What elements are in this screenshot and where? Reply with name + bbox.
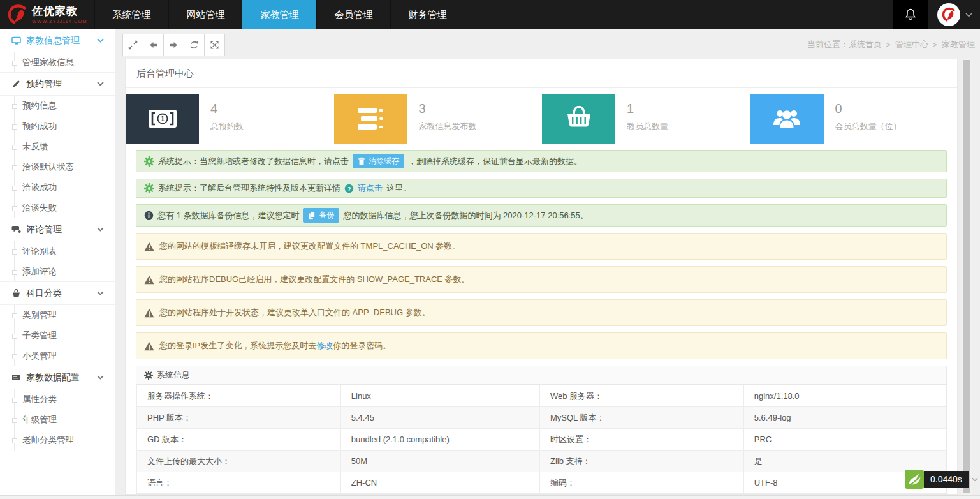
breadcrumb: 当前位置：系统首页＞管理中心＞家教管理: [807, 39, 975, 50]
stat-label: 总预约数: [210, 121, 244, 132]
info-circle-icon: [144, 211, 154, 220]
notifications-button[interactable]: [893, 0, 928, 29]
sidebar-section-comments[interactable]: 评论管理: [0, 218, 115, 241]
alert-text: 您有 1 条数据库备份信息，建议您定时: [157, 210, 299, 221]
change-password-link[interactable]: 修改: [316, 341, 333, 350]
sidebar-section-tutor-info[interactable]: 家教信息管理: [0, 29, 115, 52]
table-cell-empty: [137, 494, 341, 495]
forward-button[interactable]: [163, 34, 184, 56]
nav-item-tutoring[interactable]: 家教管理: [242, 0, 316, 29]
expand-diagonal-icon: [128, 40, 138, 50]
stat-cards: 1 4 总预约数 3 家教信息发布数 1 教员总数量: [126, 94, 957, 144]
warning-text: 您的网站程序处于开发状态，建议更改单入口文件的 APP_DEBUG 参数。: [159, 307, 430, 318]
chevron-down-icon: [97, 227, 104, 232]
collapse-sidebar-button[interactable]: [122, 34, 143, 56]
banknote-icon: 1: [126, 94, 199, 144]
table-cell-value: 50M: [340, 451, 539, 472]
svg-text:?: ?: [347, 185, 351, 191]
top-navbar: 佐优家教 WWW.ZYJJ114.COM 系统管理 网站管理 家教管理 会员管理…: [0, 0, 980, 29]
sidebar-item-subcategory-management[interactable]: 子类管理: [0, 325, 115, 346]
comments-icon: [11, 225, 22, 234]
sidebar-item-booking-info[interactable]: 预约信息: [0, 96, 115, 116]
alert-backup: 您有 1 条数据库备份信息，建议您定时 备份 您的数据库信息，您上次备份数据的时…: [136, 204, 947, 227]
thinkphp-leaf-icon[interactable]: [905, 470, 924, 489]
breadcrumb-item-tutoring[interactable]: 家教管理: [942, 40, 975, 49]
fullscreen-button[interactable]: [204, 34, 225, 56]
brand-site-url: WWW.ZYJJ114.COM: [32, 19, 87, 24]
trace-chevron-down-icon[interactable]: [972, 477, 978, 482]
sidebar-item-negotiation-default[interactable]: 洽谈默认状态: [0, 157, 115, 177]
clear-cache-button[interactable]: 清除缓存: [353, 154, 404, 168]
stat-card-posts: 3 家教信息发布数: [334, 94, 541, 144]
sidebar-section-label: 家教数据配置: [26, 372, 80, 384]
sidebar-item-negotiation-success[interactable]: 洽谈成功: [0, 177, 115, 198]
gear-icon: [144, 183, 154, 193]
system-info-title: 系统信息: [157, 369, 190, 381]
back-button[interactable]: [143, 34, 164, 56]
table-cell-key: 编码：: [539, 472, 743, 494]
sidebar-item-negotiation-failed[interactable]: 洽谈失败: [0, 198, 115, 218]
sidebar-item-category-management[interactable]: 类别管理: [0, 305, 115, 325]
user-avatar[interactable]: [937, 3, 960, 26]
sidebar-item-no-feedback[interactable]: 未反馈: [0, 137, 115, 157]
sidebar-item-comment-list[interactable]: 评论别表: [0, 241, 115, 262]
user-menu-chevron-down-icon[interactable]: [965, 13, 972, 17]
breadcrumb-separator: ＞: [931, 40, 939, 49]
system-info-panel: 系统信息 服务器操作系统： Linux Web 服务器： nginx/1.18.…: [136, 366, 947, 495]
stat-card-teachers: 1 教员总数量: [542, 94, 749, 144]
table-cell-value: PRC: [743, 429, 946, 451]
brand-logo-icon: [6, 4, 28, 26]
table-cell-key: PHP 版本：: [137, 407, 341, 429]
clear-cache-button-label: 清除缓存: [369, 156, 399, 167]
nav-item-members[interactable]: 会员管理: [316, 0, 390, 29]
sidebar-section-data-config[interactable]: 家教数据配置: [0, 366, 115, 389]
sidebar-item-grade-management[interactable]: 年级管理: [0, 410, 115, 430]
table-row: [137, 494, 946, 495]
sidebar-item-minor-category-management[interactable]: 小类管理: [0, 346, 115, 366]
table-cell-key: Web 服务器：: [539, 385, 743, 407]
alert-clear-cache: 系统提示：当您新增或者修改了数据信息时，请点击 清除缓存 ，删除掉系统缓存，保证…: [136, 150, 947, 172]
fullscreen-icon: [210, 40, 219, 50]
breadcrumb-item-admin-center[interactable]: 管理中心: [895, 40, 928, 49]
sidebar-item-booking-success[interactable]: 预约成功: [0, 116, 115, 137]
sidebar-item-teacher-category-management[interactable]: 老师分类管理: [0, 430, 115, 451]
table-row: 服务器操作系统： Linux Web 服务器： nginx/1.18.0: [137, 385, 946, 407]
refresh-button[interactable]: [184, 34, 205, 56]
table-cell-value: 5.4.45: [340, 407, 539, 429]
table-row: 语言： ZH-CN 编码： UTF-8: [137, 472, 946, 494]
sidebar-item-add-comment[interactable]: 添加评论: [0, 262, 115, 282]
stat-card-members: 0 会员总数量（位）: [750, 94, 958, 144]
sidebar-item-attribute-category[interactable]: 属性分类: [0, 389, 115, 410]
alert-text: 这里。: [386, 182, 411, 194]
breadcrumb-prefix: 当前位置：: [807, 40, 849, 49]
warning-text: 您的网站的模板编译缓存未开启，建议更改配置文件的 TMPL_CACHE_ON 参…: [159, 241, 460, 252]
backup-button[interactable]: 备份: [303, 208, 339, 223]
warning-triangle-icon: [144, 341, 154, 351]
alert-text: ，删除掉系统缓存，保证前台显示最新的数据。: [408, 156, 582, 167]
brand[interactable]: 佐优家教 WWW.ZYJJ114.COM: [6, 0, 87, 29]
breadcrumb-item-home[interactable]: 系统首页: [849, 40, 882, 49]
pencil-icon: [11, 79, 22, 89]
sidebar-item-manage-tutor-info[interactable]: 管理家教信息: [0, 52, 115, 73]
nav-item-website[interactable]: 网站管理: [168, 0, 242, 29]
table-row: PHP 版本： 5.4.45 MySQL 版本： 5.6.49-log: [137, 407, 946, 429]
brand-name: 佐优家教: [32, 6, 87, 17]
table-cell-empty: [340, 494, 539, 495]
sidebar-section-subjects[interactable]: 科目分类: [0, 281, 115, 305]
sidebar-section-booking[interactable]: 预约管理: [0, 72, 115, 96]
bottom-trace-bar: [0, 495, 980, 499]
chevron-down-icon: [97, 38, 104, 43]
data-card-icon: [11, 373, 22, 382]
nav-item-finance[interactable]: 财务管理: [390, 0, 464, 29]
table-cell-key: 服务器操作系统：: [137, 385, 341, 407]
sidebar: 家教信息管理 管理家教信息 预约管理 预约信息 预约成功 未反馈 洽谈默认状态 …: [0, 29, 115, 495]
nav-item-system[interactable]: 系统管理: [94, 0, 168, 29]
click-here-link[interactable]: 请点击: [358, 182, 383, 194]
shopping-basket-icon: [542, 94, 615, 144]
warning-login-ip: 您的登录IP发生了变化，系统提示您及时去修改你的登录密码。: [136, 332, 947, 359]
backup-button-label: 备份: [319, 210, 334, 221]
scrollbar-thumb[interactable]: [963, 60, 970, 493]
users-group-icon: [750, 94, 824, 144]
table-cell-value: 5.6.49-log: [743, 407, 946, 429]
alert-text: 系统提示：当您新增或者修改了数据信息时，请点击: [158, 156, 349, 167]
